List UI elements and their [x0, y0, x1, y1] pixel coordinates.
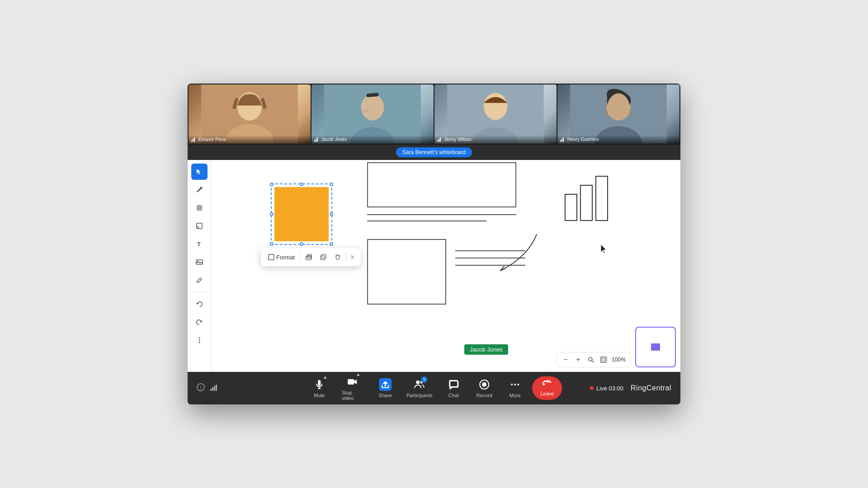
live-dot — [590, 386, 594, 390]
mute-icon — [314, 379, 325, 390]
zoom-in-button[interactable]: + — [573, 354, 584, 365]
svg-point-23 — [198, 340, 200, 341]
svg-point-44 — [416, 380, 420, 384]
tool-more-tools[interactable] — [191, 332, 208, 348]
svg-rect-38 — [214, 386, 215, 391]
wireframe-lines — [367, 214, 516, 221]
chat-action[interactable]: Chat — [440, 375, 467, 401]
share-action[interactable]: Share — [372, 375, 399, 401]
handle-mr[interactable] — [330, 212, 333, 216]
ctx-duplicate-btn[interactable] — [317, 251, 330, 263]
orange-rectangle[interactable] — [274, 187, 329, 241]
leave-label: Leave — [540, 391, 554, 396]
format-button[interactable]: Format — [264, 252, 298, 263]
bar-chart-wireframe — [565, 167, 608, 221]
zoom-fit-button[interactable] — [598, 354, 609, 365]
toolbar-divider — [193, 292, 206, 292]
svg-point-8 — [363, 109, 370, 113]
record-label: Record — [476, 393, 492, 398]
ctx-divider-1 — [300, 253, 301, 262]
brand-name: RingCentral — [631, 384, 671, 392]
share-icon — [379, 378, 392, 391]
bar-1 — [565, 194, 577, 221]
participant-name-4: Henry Guerrero — [567, 137, 599, 142]
ctx-layer-btn[interactable] — [302, 251, 315, 263]
svg-rect-42 — [348, 379, 354, 385]
handle-ml[interactable] — [270, 212, 274, 216]
share-label: Share — [379, 393, 392, 398]
handle-tr[interactable] — [330, 183, 333, 186]
svg-rect-16 — [197, 206, 202, 210]
stop-video-action[interactable]: ▲ Stop video — [336, 373, 368, 404]
tile-overlay-2: Jacob Jones — [311, 135, 434, 144]
svg-rect-37 — [212, 387, 213, 391]
svg-rect-18 — [197, 223, 202, 229]
svg-point-24 — [198, 342, 200, 343]
mini-rect — [651, 343, 660, 351]
tool-redo[interactable] — [191, 314, 208, 330]
bar-2 — [580, 185, 593, 221]
video-strip: Eleanor Pena Jacob Jones — [188, 84, 680, 145]
handle-tl[interactable] — [270, 183, 274, 186]
tool-image[interactable] — [191, 254, 208, 270]
tool-text[interactable]: T — [191, 236, 208, 252]
tile-overlay-1: Eleanor Pena — [189, 135, 311, 144]
svg-rect-39 — [216, 385, 217, 391]
wireframe-line-2 — [367, 221, 486, 221]
chat-label: Chat — [448, 393, 459, 398]
video-tile-2: Jacob Jones — [311, 84, 434, 144]
info-icon[interactable]: i — [197, 383, 205, 393]
svg-point-51 — [517, 384, 519, 385]
handle-bl[interactable] — [270, 242, 274, 246]
participants-label: Participants — [406, 393, 432, 398]
wireframe-top-box — [367, 162, 516, 207]
more-label: More — [509, 393, 521, 398]
bottom-center-controls: ▲ Mute ▲ — [306, 373, 562, 404]
ctx-delete-btn[interactable] — [331, 251, 344, 263]
svg-text:i: i — [200, 385, 201, 390]
record-action[interactable]: Record — [471, 375, 498, 401]
leave-button[interactable]: Leave — [532, 376, 562, 400]
zoom-out-button[interactable]: − — [560, 354, 571, 365]
tile-overlay-4: Henry Guerrero — [557, 135, 679, 144]
svg-rect-36 — [210, 389, 212, 391]
handle-br[interactable] — [330, 242, 333, 246]
svg-rect-29 — [321, 256, 325, 260]
more-action[interactable]: More — [501, 375, 528, 401]
participants-action[interactable]: 5 Participants — [402, 375, 436, 401]
chat-icon-wrap — [447, 378, 460, 391]
share-icon-wrap — [379, 378, 392, 391]
handle-bm[interactable] — [300, 242, 303, 246]
ctx-divider-2 — [346, 253, 346, 262]
bottom-right-info: Live 03:00 RingCentral — [590, 384, 671, 392]
arrow-drawing — [464, 230, 555, 284]
tool-undo[interactable] — [191, 296, 208, 312]
participant-name-1: Eleanor Pena — [198, 137, 226, 142]
handle-tm[interactable] — [300, 183, 303, 186]
whiteboard-title-bar: Sara Bennett's whiteboard — [188, 145, 680, 160]
tool-draw[interactable] — [191, 182, 208, 198]
svg-point-49 — [511, 384, 513, 385]
mute-label: Mute — [314, 393, 325, 398]
tool-select[interactable] — [191, 164, 208, 180]
svg-rect-25 — [269, 254, 274, 260]
bottom-toolbar: i ▲ Mute — [188, 372, 680, 404]
svg-rect-46 — [449, 380, 458, 387]
live-time: Live 03:00 — [596, 385, 623, 392]
zoom-search-button[interactable] — [585, 354, 596, 365]
tool-eraser[interactable] — [191, 272, 208, 288]
whiteboard-canvas[interactable]: Format ✕ — [211, 160, 680, 372]
participant-name-3: Jenny Wilson — [444, 137, 471, 142]
mute-action[interactable]: ▲ Mute — [306, 375, 333, 401]
drawing-toolbar: T — [188, 160, 211, 372]
signal-icon[interactable] — [210, 385, 218, 392]
tool-sticky[interactable] — [191, 218, 208, 234]
tool-stamp[interactable] — [191, 200, 208, 216]
selected-shape[interactable] — [274, 187, 329, 241]
svg-text:T: T — [197, 241, 201, 248]
participant-name-2: Jacob Jones — [321, 137, 347, 142]
participants-badge: 5 — [421, 376, 428, 383]
svg-point-10 — [484, 93, 507, 120]
ctx-close-btn[interactable]: ✕ — [348, 253, 357, 262]
record-icon — [479, 379, 490, 390]
